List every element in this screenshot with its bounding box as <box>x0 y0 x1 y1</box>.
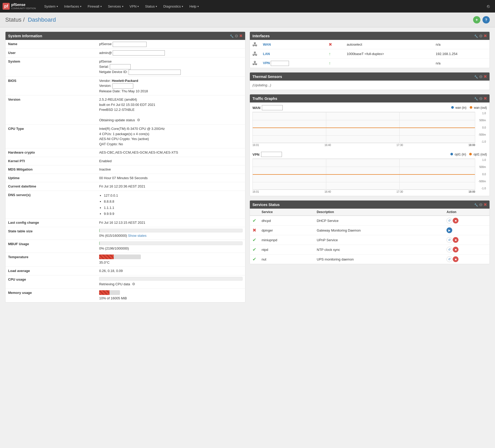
label-bios: BIOS <box>5 76 96 95</box>
wrench-icon[interactable] <box>230 34 234 38</box>
value-hw-crypto: AES-CBC,AES-CCM,AES-GCM,AES-ICM,AES-XTS <box>96 148 245 157</box>
close-icon[interactable]: ✖ <box>484 202 487 207</box>
label-last-config: Last config change <box>5 219 96 227</box>
restart-button[interactable]: ↺ <box>446 247 452 252</box>
nav-item-help[interactable]: Help ▾ <box>186 0 202 13</box>
chevron-down-icon: ▾ <box>197 5 199 8</box>
stop-button[interactable]: ■ <box>453 256 458 262</box>
wan-link[interactable]: WAN <box>263 43 271 46</box>
panel-icons: ⊖ ✖ <box>474 74 487 79</box>
service-row-dpinger: ✖ dpinger Gateway Monitoring Daemon ▶ <box>250 226 490 235</box>
stop-button[interactable]: ■ <box>453 218 458 223</box>
minimize-icon[interactable]: ⊖ <box>235 33 238 38</box>
bios-version-input[interactable] <box>112 83 133 89</box>
minimize-icon[interactable]: ⊖ <box>479 74 482 79</box>
minimize-icon[interactable]: ⊖ <box>479 202 482 207</box>
service-status-cell: ✔ <box>250 235 259 245</box>
network-icon: 🖧 <box>252 60 258 66</box>
traffic-graphs-heading: Traffic Graphs ⊖ ✖ <box>250 94 490 102</box>
start-button[interactable]: ▶ <box>446 227 452 233</box>
netgate-id-input[interactable] <box>129 70 181 75</box>
wrench-icon[interactable] <box>474 203 478 207</box>
nav-item-vpn[interactable]: VPN ▾ <box>126 0 142 13</box>
name-input[interactable] <box>113 42 147 47</box>
vpn-graph-input[interactable] <box>261 152 282 157</box>
cpu-gear-icon[interactable]: ⚙ <box>132 282 135 286</box>
table-row: DNS server(s) 127.0.0.1 8.8.8.8 1.1.1.1 … <box>5 191 245 219</box>
table-row: MBUF Usage 0% (2196/1000000) <box>5 240 245 253</box>
service-status-cell: ✔ <box>250 216 259 226</box>
iface-speed-cell: 1000baseT <full-duplex> <box>344 49 433 59</box>
nav-item-system[interactable]: System ▾ <box>41 0 61 13</box>
minimize-icon[interactable]: ⊖ <box>479 33 482 38</box>
graph-vpn-legend: opt1 (in) opt1 (out) <box>450 153 487 156</box>
vpn-link[interactable]: VPN <box>263 61 270 65</box>
nav-item-interfaces[interactable]: Interfaces ▾ <box>61 0 84 13</box>
nav-item-firewall[interactable]: Firewall ▾ <box>84 0 105 13</box>
graph-yaxis: 1.0 500m 0.0 -500m -1.0 <box>475 159 487 190</box>
interfaces-title: Interfaces <box>252 34 270 38</box>
graph-wan-container: WAN wan (in) wan (out) <box>250 102 490 149</box>
close-icon[interactable]: ✖ <box>239 33 243 38</box>
help-button[interactable]: ? <box>482 16 490 23</box>
table-row: State table size 0% (615/1600000) Show s… <box>5 227 245 240</box>
iface-icon-cell: 🖧 <box>250 40 260 49</box>
iface-ip-cell: n/a <box>433 40 490 49</box>
network-icon: 🖧 <box>252 41 258 47</box>
label-system: System <box>5 57 96 77</box>
col-service: Service <box>259 209 314 216</box>
table-row: Temperature 35.0°C <box>5 253 245 267</box>
restart-button[interactable]: ↺ <box>446 237 452 243</box>
wrench-icon[interactable] <box>474 75 478 79</box>
update-gear-icon[interactable]: ⚙ <box>137 118 140 122</box>
serial-input[interactable] <box>110 64 131 69</box>
legend-dot-out <box>470 106 472 109</box>
user-input[interactable] <box>113 50 165 56</box>
value-mbuf: 0% (2196/1000000) <box>96 240 245 253</box>
legend-dot-out <box>469 153 472 155</box>
stop-button[interactable]: ■ <box>453 237 458 243</box>
graph-vpn-header: VPN opt1 (in) opt1 (out) <box>252 152 487 157</box>
label-uptime: Uptime <box>5 174 96 182</box>
service-row-ntpd: ✔ ntpd NTP clock sync ↺ ■ <box>250 245 490 255</box>
close-icon[interactable]: ✖ <box>484 33 487 38</box>
nav-item-diagnostics[interactable]: Diagnostics ▾ <box>160 0 186 13</box>
wan-graph-input[interactable] <box>262 105 283 110</box>
table-row: Hardware crypto AES-CBC,AES-CCM,AES-GCM,… <box>5 148 245 157</box>
logo: pf <box>3 3 10 10</box>
table-row: 🖧 LAN ↑ 1000baseT <full-duplex> 192.168.… <box>250 49 490 59</box>
label-cpu: CPU Type <box>5 125 96 148</box>
nav-item-services[interactable]: Services ▾ <box>105 0 126 13</box>
brand: pf pfSense COMMUNITY EDITION <box>3 3 36 10</box>
table-header-row: Service Description Action <box>250 209 490 216</box>
table-row: 🖧 VPN ↑ n/a <box>250 59 490 68</box>
wrench-icon[interactable] <box>474 34 478 38</box>
service-desc-cell: UPnP Service <box>314 235 444 245</box>
graph-vpn-xaxis: 16:01 16:40 17:30 18:00 <box>252 190 487 193</box>
minimize-icon[interactable]: ⊖ <box>479 96 482 101</box>
lan-link[interactable]: LAN <box>263 52 270 56</box>
logout-button[interactable]: ⎋ <box>484 4 492 9</box>
restart-button[interactable]: ↺ <box>446 256 452 262</box>
show-states-link[interactable]: Show states <box>128 234 147 238</box>
value-load: 0.26, 0.18, 0.09 <box>96 267 245 275</box>
stop-button[interactable]: ■ <box>453 247 458 252</box>
value-uptime: 00 Hour 07 Minutes 58 Seconds <box>96 174 245 182</box>
panel-icons: ⊖ ✖ <box>230 33 243 38</box>
close-icon[interactable]: ✖ <box>484 96 487 101</box>
close-icon[interactable]: ✖ <box>484 74 487 79</box>
add-widget-button[interactable]: + <box>473 16 480 23</box>
temp-bar-container <box>99 255 141 259</box>
gridline <box>253 112 475 112</box>
status-ok-icon: ✔ <box>252 247 256 252</box>
wrench-icon[interactable] <box>474 96 478 101</box>
status-ok-icon: ↑ <box>329 52 331 56</box>
vpn-name-input[interactable] <box>271 61 289 66</box>
status-error-icon: ✖ <box>252 228 256 233</box>
table-row: BIOS Vendor: Hewlett-Packard Version: Re… <box>5 76 245 95</box>
chevron-down-icon: ▾ <box>57 5 58 8</box>
nav-item-status[interactable]: Status ▾ <box>142 0 160 13</box>
table-row: Load average 0.26, 0.18, 0.09 <box>5 267 245 275</box>
label-user: User <box>5 49 96 57</box>
restart-button[interactable]: ↺ <box>446 218 452 223</box>
